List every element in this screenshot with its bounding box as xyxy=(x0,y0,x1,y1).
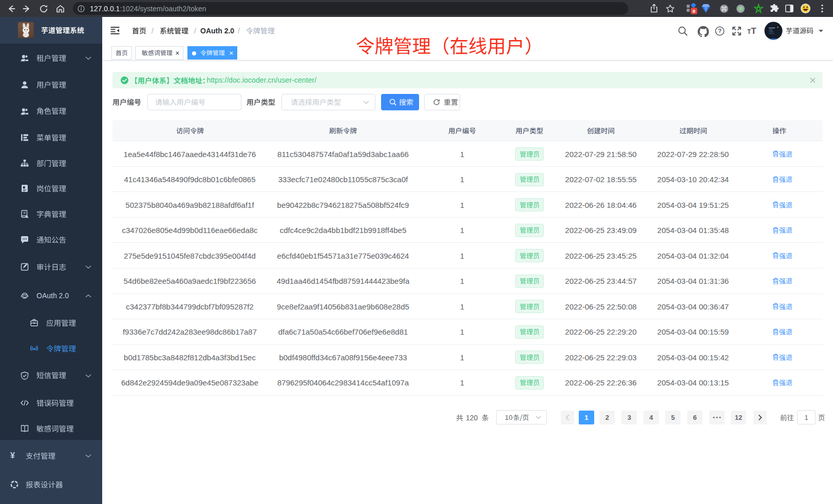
svg-text:a: a xyxy=(33,346,35,351)
svg-text:9: 9 xyxy=(693,8,695,14)
svg-text:?: ? xyxy=(718,28,722,34)
